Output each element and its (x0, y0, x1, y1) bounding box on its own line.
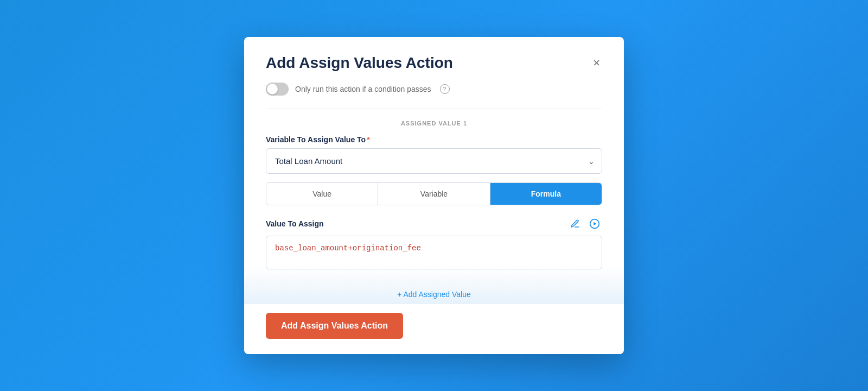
condition-row: Only run this action if a condition pass… (266, 83, 602, 96)
run-formula-button[interactable] (587, 216, 602, 231)
add-assigned-value-area: + Add Assigned Value (244, 266, 624, 304)
variable-field-label: Variable To Assign Value To* (266, 135, 602, 144)
variable-select-wrapper: Total Loan Amount ⌄ (266, 148, 602, 174)
tab-value[interactable]: Value (266, 183, 378, 205)
condition-toggle[interactable] (266, 83, 289, 96)
required-star: * (367, 135, 369, 144)
formula-input[interactable] (266, 236, 602, 269)
value-assign-header: Value To Assign (266, 216, 602, 231)
svg-marker-1 (593, 222, 596, 226)
modal-action-bar: Add Assign Values Action (244, 304, 624, 354)
close-button[interactable]: × (591, 55, 602, 71)
modal-dialog: Add Assign Values Action × Only run this… (244, 37, 624, 354)
add-assigned-value-button[interactable]: + Add Assigned Value (397, 290, 471, 299)
tab-group: Value Variable Formula (266, 182, 602, 205)
tab-variable[interactable]: Variable (378, 183, 490, 205)
value-to-assign-label: Value To Assign (266, 219, 324, 228)
section-divider (266, 109, 602, 109)
section-label: ASSIGNED VALUE 1 (266, 120, 602, 127)
edit-formula-button[interactable] (567, 216, 583, 231)
tab-formula[interactable]: Formula (490, 183, 602, 205)
modal-title: Add Assign Values Action (266, 54, 453, 72)
help-icon[interactable]: ? (440, 84, 450, 94)
modal-body: Only run this action if a condition pass… (244, 83, 624, 272)
variable-select[interactable]: Total Loan Amount (266, 148, 602, 174)
add-assign-values-action-button[interactable]: Add Assign Values Action (266, 313, 403, 339)
modal-header: Add Assign Values Action × (244, 37, 624, 83)
icon-group (567, 216, 602, 231)
background-overlay: Add Assign Values Action × Only run this… (0, 0, 868, 391)
condition-label: Only run this action if a condition pass… (295, 85, 431, 93)
